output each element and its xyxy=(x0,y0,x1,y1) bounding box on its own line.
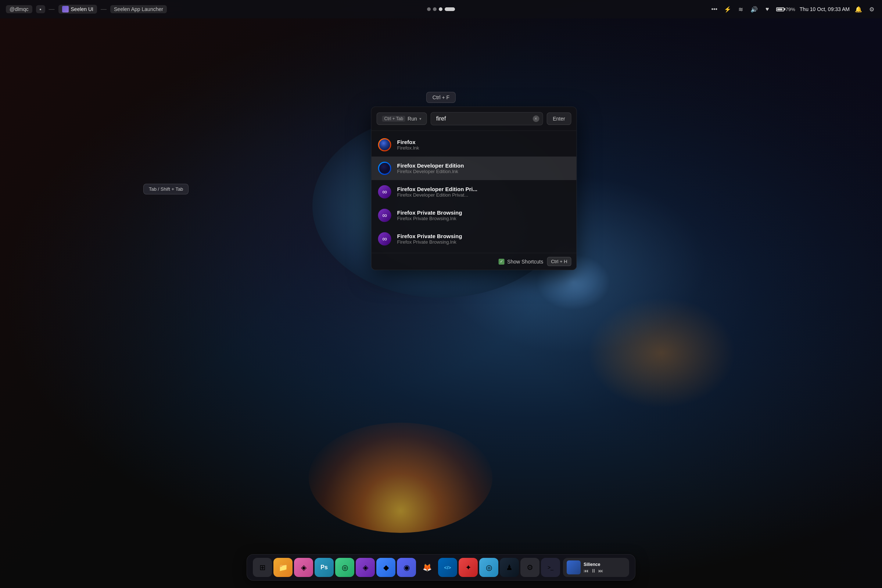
taskbar-app-pink[interactable]: ◈ xyxy=(294,558,313,577)
result-firefox-private-2[interactable]: ∞ Firefox Private Browsing Firefox Priva… xyxy=(372,227,577,250)
steam-icon: ♟ xyxy=(506,564,513,571)
workspace-dot-2[interactable] xyxy=(433,8,436,11)
result-firefox[interactable]: Firefox Firefox.lnk xyxy=(372,133,577,156)
firefox-taskbar-icon: 🦊 xyxy=(423,564,432,571)
firefox-dev-info: Firefox Developer Edition Firefox Develo… xyxy=(397,162,571,174)
taskbar-gravit[interactable]: ✦ xyxy=(459,558,478,577)
workspace-icon: ▪ xyxy=(40,6,42,12)
show-shortcuts-toggle[interactable]: ✓ Show Shortcuts xyxy=(498,259,543,265)
firefox-private-2-icon-container: ∞ xyxy=(377,231,392,246)
taskbar-wayland[interactable]: ◎ xyxy=(479,558,498,577)
taskbar-vscode[interactable]: </> xyxy=(438,558,457,577)
username-tag[interactable]: @dlmqc xyxy=(6,5,32,13)
launcher-header: Ctrl + Tab Run ▾ × Enter xyxy=(372,107,577,131)
firefox-dev-private-name: Firefox Developer Edition Pri... xyxy=(397,186,571,192)
seelen-ui-label: Seelen UI xyxy=(71,6,93,12)
firefox-dev-private-info: Firefox Developer Edition Pri... Firefox… xyxy=(397,186,571,198)
result-firefox-dev[interactable]: Firefox Developer Edition Firefox Develo… xyxy=(372,156,577,180)
topbar-separator: — xyxy=(49,6,55,12)
pink-app-icon: ◈ xyxy=(301,564,306,571)
mode-shortcut-badge: Ctrl + Tab xyxy=(382,116,405,122)
launcher-footer: ✓ Show Shortcuts Ctrl + H xyxy=(372,253,577,270)
firefox-private-1-info: Firefox Private Browsing Firefox Private… xyxy=(397,210,571,221)
clear-icon: × xyxy=(535,116,537,121)
green-app-icon: ◎ xyxy=(342,564,348,571)
taskbar-app-purple[interactable]: ◈ xyxy=(356,558,375,577)
workspace-dot-1[interactable] xyxy=(427,8,431,11)
launcher-results: Firefox Firefox.lnk Firefox Developer Ed… xyxy=(372,131,577,253)
result-firefox-dev-private[interactable]: ∞ Firefox Developer Edition Pri... Firef… xyxy=(372,180,577,204)
topbar-left: @dlmqc ▪ — Seelen UI — Seelen App Launch… xyxy=(6,5,167,14)
taskbar-app-green[interactable]: ◎ xyxy=(335,558,354,577)
volume-icon[interactable]: 🔊 xyxy=(750,6,759,13)
taskbar-terminal[interactable]: >_ xyxy=(541,558,560,577)
discord-icon: ◉ xyxy=(404,564,410,571)
firefox-dev-private-path: Firefox Developer Edition Privat... xyxy=(397,192,571,198)
taskbar-steam[interactable]: ♟ xyxy=(500,558,519,577)
media-player-widget: Silience ⏮ ⏸ ⏭ xyxy=(563,558,629,577)
search-clear-button[interactable]: × xyxy=(532,116,539,122)
firefox-dev-path: Firefox Developer Edition.lnk xyxy=(397,169,571,174)
firefox-path: Firefox.lnk xyxy=(397,145,571,151)
mode-label: Run xyxy=(408,116,417,122)
show-shortcuts-checkbox[interactable]: ✓ xyxy=(498,259,504,265)
username-text: @dlmqc xyxy=(9,6,28,12)
firefox-private-1-path: Firefox Private Browsing.lnk xyxy=(397,216,571,221)
mode-selector[interactable]: Ctrl + Tab Run ▾ xyxy=(376,112,427,125)
shortcut-hint-ctrl-f: Ctrl + F xyxy=(426,92,456,103)
firefox-dev-private-app-icon: ∞ xyxy=(378,185,392,198)
firefox-info: Firefox Firefox.lnk xyxy=(397,139,571,151)
media-prev-button[interactable]: ⏮ xyxy=(584,568,589,573)
settings-icon: ⚙ xyxy=(526,564,533,571)
media-controls: ⏮ ⏸ ⏭ xyxy=(584,568,626,573)
media-info: Silience ⏮ ⏸ ⏭ xyxy=(584,562,626,573)
show-shortcuts-label: Show Shortcuts xyxy=(507,259,543,265)
search-input[interactable] xyxy=(431,112,543,125)
taskbar-file-explorer[interactable]: 📁 xyxy=(273,558,292,577)
app-launcher: Ctrl + Tab Run ▾ × Enter Firefox Firefox… xyxy=(371,106,577,270)
notification-bell-icon[interactable]: 🔔 xyxy=(854,6,863,13)
firefox-private-1-app-icon: ∞ xyxy=(378,209,392,222)
firefox-name: Firefox xyxy=(397,139,571,145)
wayland-icon: ◎ xyxy=(486,564,492,571)
seelen-launcher-button[interactable]: Seelen App Launcher xyxy=(110,5,167,13)
taskbar-discord[interactable]: ◉ xyxy=(397,558,416,577)
taskbar: ⊞ 📁 ◈ Ps ◎ ◈ ◆ ◉ 🦊 </> ✦ ◎ ♟ ⚙ >_ xyxy=(247,554,635,580)
control-icon[interactable]: ⚙ xyxy=(867,6,876,13)
firefox-private-2-info: Firefox Private Browsing Firefox Private… xyxy=(397,233,571,245)
purple-app-icon: ◈ xyxy=(363,564,368,571)
bluetooth-icon[interactable]: ⚡ xyxy=(723,6,732,13)
shortcut-ctrl-f-text: Ctrl + F xyxy=(432,94,450,100)
taskbar-app-blue[interactable]: ◆ xyxy=(376,558,395,577)
firefox-private-2-name: Firefox Private Browsing xyxy=(397,233,571,239)
result-firefox-private-1[interactable]: ∞ Firefox Private Browsing Firefox Priva… xyxy=(372,204,577,227)
seelen-ui-button[interactable]: Seelen UI xyxy=(58,5,97,14)
media-thumbnail xyxy=(567,560,580,574)
terminal-icon: >_ xyxy=(548,565,554,570)
workspace-dot-active[interactable] xyxy=(445,8,455,11)
grid-icon: ⊞ xyxy=(260,564,266,571)
flame-decoration xyxy=(309,423,492,533)
taskbar-photoshop[interactable]: Ps xyxy=(315,558,334,577)
workspace-dots xyxy=(427,8,455,11)
more-icon[interactable]: ••• xyxy=(710,6,719,12)
firefox-dev-name: Firefox Developer Edition xyxy=(397,162,571,169)
taskbar-start-button[interactable]: ⊞ xyxy=(253,558,272,577)
seelen-ui-icon xyxy=(62,6,69,12)
wallpaper xyxy=(0,0,882,588)
workspace-dot-3[interactable] xyxy=(439,8,442,11)
taskbar-settings[interactable]: ⚙ xyxy=(520,558,540,577)
battery-fill xyxy=(777,9,782,10)
workspace-indicator[interactable]: ▪ xyxy=(36,5,45,13)
taskbar-firefox[interactable]: 🦊 xyxy=(417,558,436,577)
media-play-pause-button[interactable]: ⏸ xyxy=(591,568,596,573)
topbar-right: ••• ⚡ ≋ 🔊 ♥ 79% Thu 10 Oct, 09:33 AM 🔔 ⚙ xyxy=(710,6,876,13)
enter-button[interactable]: Enter xyxy=(546,112,571,125)
blue-app-icon: ◆ xyxy=(383,564,389,571)
firefox-private-1-icon-container: ∞ xyxy=(377,208,392,223)
topbar: @dlmqc ▪ — Seelen UI — Seelen App Launch… xyxy=(0,0,882,18)
media-next-button[interactable]: ⏭ xyxy=(598,568,603,573)
wifi-icon[interactable]: ≋ xyxy=(736,6,745,13)
battery-percent: 79% xyxy=(786,7,795,12)
enter-label: Enter xyxy=(553,116,565,122)
